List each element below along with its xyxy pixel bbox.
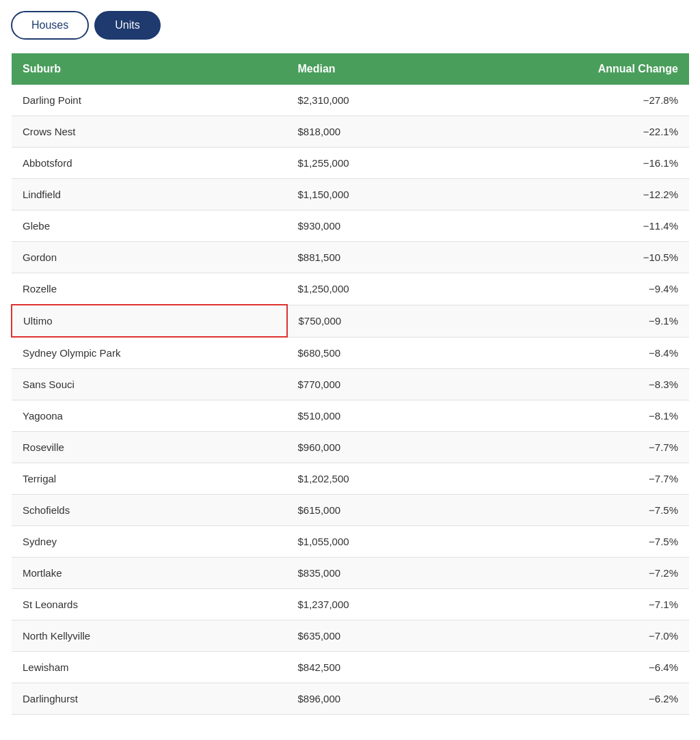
cell-median: $1,202,500 <box>287 463 455 495</box>
cell-suburb: Roseville <box>12 432 287 463</box>
cell-suburb: St Leonards <box>12 589 287 620</box>
table-body: Darling Point$2,310,000−27.8%Crows Nest$… <box>12 85 689 715</box>
cell-annual-change: −10.5% <box>455 242 689 273</box>
cell-annual-change: −27.8% <box>455 85 689 116</box>
table-row: Crows Nest$818,000−22.1% <box>12 116 689 148</box>
table-row: Darlinghurst$896,000−6.2% <box>12 683 689 715</box>
cell-median: $842,500 <box>287 652 455 683</box>
cell-suburb: Terrigal <box>12 463 287 495</box>
table-row: Gordon$881,500−10.5% <box>12 242 689 273</box>
table-row: North Kellyville$635,000−7.0% <box>12 620 689 652</box>
cell-median: $1,055,000 <box>287 526 455 558</box>
cell-suburb: Crows Nest <box>12 116 287 148</box>
cell-annual-change: −7.5% <box>455 526 689 558</box>
table-row: Abbotsford$1,255,000−16.1% <box>12 148 689 179</box>
cell-suburb: Darling Point <box>12 85 287 116</box>
cell-annual-change: −7.2% <box>455 558 689 589</box>
cell-suburb: Abbotsford <box>12 148 287 179</box>
table-row: St Leonards$1,237,000−7.1% <box>12 589 689 620</box>
cell-median: $896,000 <box>287 683 455 715</box>
cell-suburb: Ultimo <box>12 305 287 337</box>
cell-annual-change: −11.4% <box>455 210 689 242</box>
cell-annual-change: −16.1% <box>455 148 689 179</box>
header-median: Median <box>287 53 455 85</box>
tab-houses[interactable]: Houses <box>11 11 89 40</box>
cell-suburb: Glebe <box>12 210 287 242</box>
suburb-table: Suburb Median Annual Change Darling Poin… <box>11 53 689 715</box>
cell-annual-change: −6.4% <box>455 652 689 683</box>
cell-annual-change: −9.1% <box>455 305 689 337</box>
cell-suburb: Sans Souci <box>12 369 287 400</box>
table-row: Yagoona$510,000−8.1% <box>12 400 689 432</box>
table-row: Glebe$930,000−11.4% <box>12 210 689 242</box>
tab-units[interactable]: Units <box>94 11 160 40</box>
cell-suburb: Darlinghurst <box>12 683 287 715</box>
table-row: Lewisham$842,500−6.4% <box>12 652 689 683</box>
cell-annual-change: −7.5% <box>455 495 689 526</box>
table-row: Sans Souci$770,000−8.3% <box>12 369 689 400</box>
cell-suburb: North Kellyville <box>12 620 287 652</box>
cell-annual-change: −7.1% <box>455 589 689 620</box>
cell-suburb: Gordon <box>12 242 287 273</box>
cell-annual-change: −7.7% <box>455 463 689 495</box>
table-row: Lindfield$1,150,000−12.2% <box>12 179 689 210</box>
cell-median: $930,000 <box>287 210 455 242</box>
cell-annual-change: −7.0% <box>455 620 689 652</box>
cell-annual-change: −6.2% <box>455 683 689 715</box>
header-suburb: Suburb <box>12 53 287 85</box>
cell-suburb: Sydney Olympic Park <box>12 337 287 369</box>
cell-median: $615,000 <box>287 495 455 526</box>
table-row: Terrigal$1,202,500−7.7% <box>12 463 689 495</box>
cell-annual-change: −8.1% <box>455 400 689 432</box>
cell-annual-change: −12.2% <box>455 179 689 210</box>
table-container: Suburb Median Annual Change Darling Poin… <box>11 53 689 715</box>
cell-suburb: Lindfield <box>12 179 287 210</box>
cell-suburb: Rozelle <box>12 273 287 305</box>
table-row: Sydney$1,055,000−7.5% <box>12 526 689 558</box>
cell-median: $680,500 <box>287 337 455 369</box>
cell-median: $750,000 <box>287 305 455 337</box>
cell-suburb: Sydney <box>12 526 287 558</box>
table-row: Rozelle$1,250,000−9.4% <box>12 273 689 305</box>
cell-suburb: Mortlake <box>12 558 287 589</box>
cell-annual-change: −9.4% <box>455 273 689 305</box>
table-row: Roseville$960,000−7.7% <box>12 432 689 463</box>
cell-median: $881,500 <box>287 242 455 273</box>
cell-median: $635,000 <box>287 620 455 652</box>
tab-group: Houses Units <box>11 11 689 40</box>
cell-suburb: Schofields <box>12 495 287 526</box>
header-annual-change: Annual Change <box>455 53 689 85</box>
table-row: Schofields$615,000−7.5% <box>12 495 689 526</box>
cell-median: $510,000 <box>287 400 455 432</box>
cell-annual-change: −8.3% <box>455 369 689 400</box>
cell-suburb: Lewisham <box>12 652 287 683</box>
cell-annual-change: −22.1% <box>455 116 689 148</box>
table-row: Darling Point$2,310,000−27.8% <box>12 85 689 116</box>
cell-median: $960,000 <box>287 432 455 463</box>
cell-median: $1,237,000 <box>287 589 455 620</box>
cell-annual-change: −7.7% <box>455 432 689 463</box>
cell-median: $770,000 <box>287 369 455 400</box>
cell-median: $1,150,000 <box>287 179 455 210</box>
cell-median: $835,000 <box>287 558 455 589</box>
cell-suburb: Yagoona <box>12 400 287 432</box>
cell-median: $818,000 <box>287 116 455 148</box>
table-row: Sydney Olympic Park$680,500−8.4% <box>12 337 689 369</box>
cell-median: $1,255,000 <box>287 148 455 179</box>
table-header: Suburb Median Annual Change <box>12 53 689 85</box>
cell-annual-change: −8.4% <box>455 337 689 369</box>
table-row: Mortlake$835,000−7.2% <box>12 558 689 589</box>
cell-median: $2,310,000 <box>287 85 455 116</box>
table-row: Ultimo$750,000−9.1% <box>12 305 689 337</box>
cell-median: $1,250,000 <box>287 273 455 305</box>
